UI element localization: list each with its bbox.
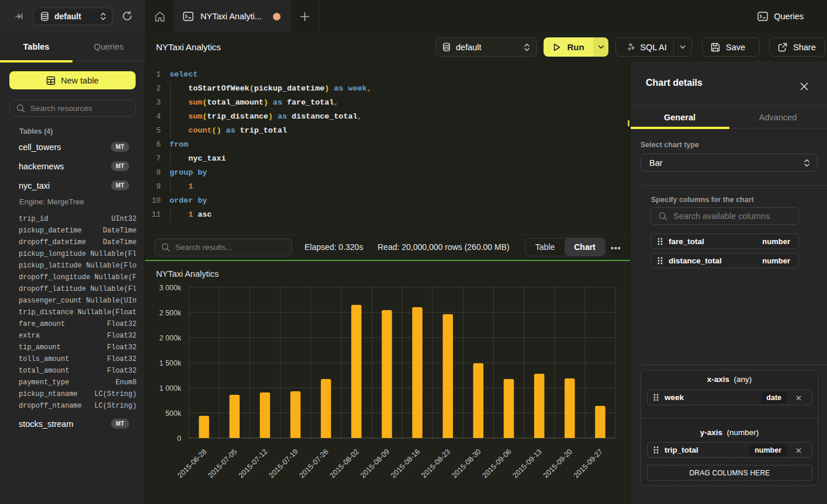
svg-text:NYTaxi Analytics: NYTaxi Analytics	[156, 269, 219, 279]
svg-text:2015-07-19: 2015-07-19	[268, 447, 300, 479]
svg-text:2015-08-23: 2015-08-23	[420, 447, 452, 479]
svg-text:500k: 500k	[165, 409, 182, 418]
svg-text:2015-07-26: 2015-07-26	[298, 447, 330, 479]
svg-text:3 000k: 3 000k	[159, 284, 181, 292]
svg-text:2015-08-02: 2015-08-02	[328, 447, 361, 479]
svg-text:0: 0	[177, 435, 181, 443]
svg-text:1 000k: 1 000k	[159, 384, 181, 392]
svg-text:2015-09-13: 2015-09-13	[511, 447, 544, 479]
svg-text:2015-07-05: 2015-07-05	[206, 447, 238, 479]
svg-text:2015-09-06: 2015-09-06	[481, 447, 513, 479]
svg-text:1 500k: 1 500k	[159, 359, 181, 367]
svg-text:2015-08-16: 2015-08-16	[389, 447, 421, 479]
svg-text:2015-08-09: 2015-08-09	[359, 447, 391, 479]
svg-text:2 000k: 2 000k	[159, 334, 181, 342]
svg-text:2015-06-28: 2015-06-28	[176, 447, 208, 479]
svg-text:2015-09-27: 2015-09-27	[572, 447, 604, 479]
svg-text:2015-08-30: 2015-08-30	[450, 447, 482, 479]
svg-text:2015-09-20: 2015-09-20	[542, 447, 574, 479]
svg-text:2015-07-12: 2015-07-12	[237, 447, 269, 479]
svg-text:2 500k: 2 500k	[159, 309, 181, 317]
